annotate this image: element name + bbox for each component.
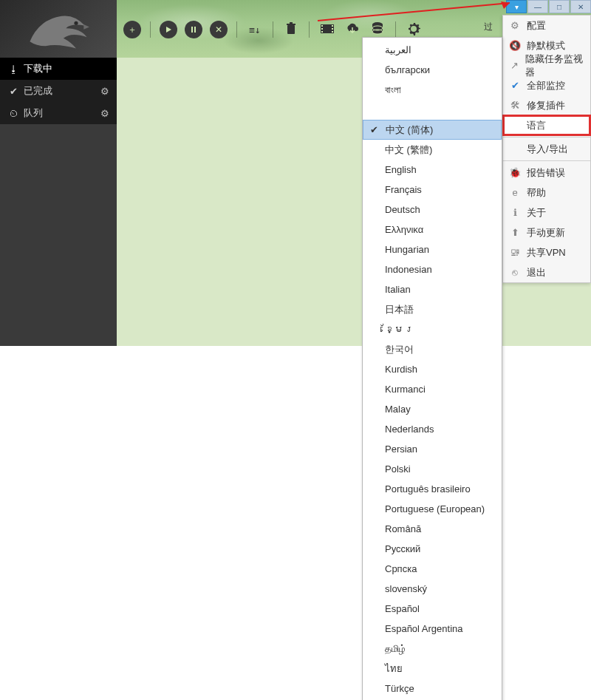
language-label: Română [385, 523, 421, 534]
language-label: Portuguese (European) [385, 503, 485, 514]
pause-button[interactable] [183, 19, 204, 40]
menu-item[interactable]: 语言 [503, 115, 590, 135]
play-icon [160, 21, 177, 38]
sort-icon: ≡↓ [249, 24, 261, 35]
gear-icon[interactable]: ⚙ [100, 108, 109, 119]
language-option[interactable]: ខ្មែរ [363, 319, 502, 339]
caret-down-icon: ▾ [515, 3, 519, 11]
language-option[interactable]: Kurdish [363, 359, 502, 379]
window-maximize-button[interactable]: □ [549, 0, 570, 13]
menu-item[interactable]: 🖳共享VPN [503, 242, 590, 262]
menu-separator [503, 137, 590, 137]
menu-item[interactable]: ⬆手动更新 [503, 222, 590, 242]
svg-rect-2 [194, 27, 196, 33]
language-option[interactable]: Polski [363, 459, 502, 479]
language-submenu: العربيةбългарскиবাংলা✔中文 (简体)中文 (繁體)Engl… [362, 37, 502, 700]
window-titlebar: ▾ — □ ✕ [505, 0, 591, 15]
language-option[interactable]: English [363, 160, 502, 180]
settings-dropdown: ⚙配置🔇静默模式↗隐藏任务监视器✔全部监控🛠修复插件语言导入/导出🐞报告错误e帮… [502, 15, 591, 283]
language-option[interactable]: Nederlands [363, 419, 502, 439]
menu-item[interactable]: e帮助 [503, 183, 590, 203]
language-label: български [385, 64, 430, 75]
language-option[interactable]: Kurmanci [363, 379, 502, 399]
cloud-download-icon [345, 23, 360, 37]
language-label: Indonesian [385, 264, 432, 275]
svg-rect-7 [321, 25, 323, 27]
language-label: Italian [385, 284, 411, 295]
window-close-button[interactable]: ✕ [570, 0, 591, 13]
language-option[interactable]: Français [363, 180, 502, 200]
add-button[interactable]: ＋ [122, 19, 143, 40]
media-button[interactable] [317, 19, 338, 40]
language-option[interactable]: Türkçe [363, 679, 502, 699]
language-option[interactable]: Română [363, 519, 502, 539]
delete-button[interactable] [281, 19, 301, 40]
check-blue-icon: ✔ [509, 80, 521, 92]
language-option[interactable]: Deutsch [363, 200, 502, 220]
menu-item[interactable]: 🛠修复插件 [503, 95, 590, 115]
language-option[interactable]: Русский [363, 539, 502, 559]
maximize-icon: □ [557, 3, 561, 11]
window-menu-button[interactable]: ▾ [506, 0, 527, 13]
language-label: Nederlands [385, 424, 434, 435]
sidebar-item-label: 下载中 [24, 62, 52, 75]
menu-item-label: 手动更新 [527, 226, 565, 239]
menu-item[interactable]: ↗隐藏任务监视器 [503, 55, 590, 75]
sidebar-item-completed[interactable]: ✔ 已完成 ⚙ [0, 80, 117, 102]
language-label: ไทย [385, 661, 403, 676]
menu-item[interactable]: ℹ关于 [503, 203, 590, 222]
language-option[interactable]: 日本語 [363, 299, 502, 319]
menu-item-label: 共享VPN [527, 246, 566, 259]
toolbar-separator [150, 21, 151, 38]
language-option[interactable]: Persian [363, 439, 502, 459]
menu-item[interactable]: ⎋退出 [503, 262, 590, 282]
language-option[interactable]: Español Argentina [363, 619, 502, 639]
language-label: العربية [385, 44, 411, 55]
language-option[interactable]: ✔中文 (简体) [363, 120, 502, 140]
window-minimize-button[interactable]: — [527, 0, 548, 13]
language-option[interactable]: 한국어 [363, 339, 502, 359]
cloud-download-button[interactable] [342, 19, 363, 40]
menu-item[interactable]: ⚙配置 [503, 16, 590, 35]
language-option[interactable]: Hungarian [363, 239, 502, 259]
language-label: Kurdish [385, 364, 417, 375]
gear-icon [406, 21, 421, 38]
language-option[interactable]: български [363, 60, 502, 80]
sidebar-item-queue[interactable]: ⏲ 队列 ⚙ [0, 102, 117, 124]
menu-item[interactable]: 🐞报告错误 [503, 163, 590, 183]
language-option[interactable]: ไทย [363, 659, 502, 679]
sidebar: ⭳ 下载中 ✔ 已完成 ⚙ ⏲ 队列 ⚙ [0, 58, 117, 700]
language-option[interactable]: தமிழ் [363, 639, 502, 659]
check-circle-icon: ✔ [7, 86, 19, 97]
language-label: Malay [385, 404, 411, 415]
language-option[interactable]: العربية [363, 40, 502, 60]
language-option[interactable]: Indonesian [363, 259, 502, 279]
sidebar-item-downloading[interactable]: ⭳ 下载中 [0, 58, 117, 80]
language-option[interactable] [363, 100, 502, 120]
menu-item[interactable]: 导入/导出 [503, 139, 590, 159]
stop-button[interactable]: ✕ [208, 19, 229, 40]
svg-rect-5 [290, 22, 293, 24]
sort-button[interactable]: ≡↓ [245, 19, 265, 40]
database-icon [372, 22, 383, 38]
language-option[interactable]: Português brasileiro [363, 479, 502, 499]
language-option[interactable]: Ελληνικα [363, 220, 502, 239]
mute-icon: 🔇 [509, 40, 521, 52]
sidebar-item-label: 队列 [24, 106, 43, 120]
language-option[interactable]: Српска [363, 559, 502, 579]
menu-item-label: 语言 [527, 119, 546, 132]
language-option[interactable]: Italian [363, 279, 502, 299]
language-option[interactable]: 中文 (繁體) [363, 140, 502, 160]
play-button[interactable] [158, 19, 179, 40]
language-option[interactable]: slovenský [363, 579, 502, 599]
language-option[interactable]: Malay [363, 399, 502, 419]
bug-icon: 🐞 [509, 167, 521, 179]
gear-icon[interactable]: ⚙ [100, 86, 109, 97]
menu-item-label: 修复插件 [527, 99, 565, 112]
language-label: বাংলা [385, 84, 401, 96]
language-label: Persian [385, 444, 417, 455]
language-option[interactable]: Portuguese (European) [363, 499, 502, 519]
language-option[interactable]: Español [363, 599, 502, 619]
language-label: Српска [385, 563, 417, 574]
language-option[interactable]: বাংলা [363, 80, 502, 100]
